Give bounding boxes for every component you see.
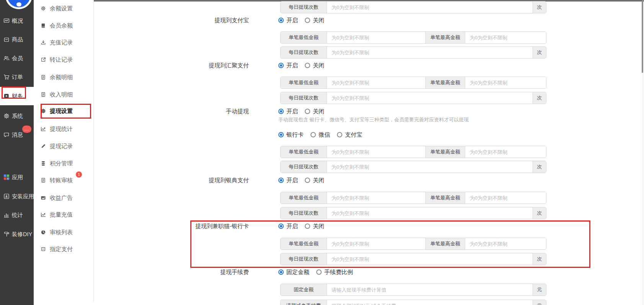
scrollbar-thumb[interactable]	[642, 1, 643, 73]
radio-option-off[interactable]: 关闭	[305, 62, 324, 69]
sidebar-item-apps[interactable]: 应用	[0, 168, 34, 186]
submenu-item-label: 余额设置	[50, 5, 73, 12]
radio-option-fixed-amount[interactable]: 固定金额	[278, 269, 309, 276]
radio-label: 开启	[286, 223, 298, 230]
radio-off-icon[interactable]	[305, 178, 310, 183]
radio-on-icon[interactable]	[278, 109, 284, 114]
submenu-item-transfer-records[interactable]: 转让记录	[34, 54, 94, 65]
submenu-item-withdraw-settings[interactable]: 提现设置	[34, 105, 94, 117]
submenu-item-points-management[interactable]: 积分管理	[34, 158, 94, 169]
radio-off-icon[interactable]	[337, 132, 342, 137]
radio-option-alipay[interactable]: 支付宝	[337, 131, 362, 139]
sidebar-item-overview[interactable]: 概况	[0, 12, 34, 29]
submenu-item-review-list[interactable]: 审核列表	[34, 227, 94, 238]
submenu-item-batch-recharge[interactable]: 批量充值	[34, 209, 94, 220]
input-addon-label: 每日提现次数	[281, 92, 327, 104]
input-addon-label: 单笔最高金额	[425, 146, 465, 158]
message-icon	[3, 132, 10, 138]
submenu-item-withdraw-records[interactable]: 提现记录	[34, 140, 94, 152]
daily-times-input[interactable]	[327, 92, 533, 104]
submenu-item-balance-settings[interactable]: 余额设置	[34, 3, 94, 14]
radio-option-on[interactable]: 开启	[278, 108, 298, 115]
radio-option-on[interactable]: 开启	[278, 223, 298, 230]
submenu-item-balance-details[interactable]: 余额明细	[34, 72, 94, 83]
submenu-item-revenue-ads[interactable]: 收益广告	[34, 192, 94, 204]
submenu-item-withdraw-statistics[interactable]: 提现统计	[34, 123, 94, 135]
fee-waiver-input[interactable]	[327, 300, 533, 305]
sidebar-item-system[interactable]: 系统	[0, 107, 34, 125]
min-amount-input[interactable]	[327, 32, 425, 43]
input-addon-label: 固定金额	[281, 284, 327, 295]
submenu-item-member-balance[interactable]: 会员余额	[34, 20, 94, 31]
radio-on-icon[interactable]	[278, 269, 284, 275]
radio-option-bank-card[interactable]: 银行卡	[278, 131, 304, 139]
sidebar-item-statistics[interactable]: 统计	[0, 206, 34, 224]
submenu-item-label: 积分管理	[50, 160, 73, 167]
radio-on-icon[interactable]	[278, 223, 284, 229]
gear-icon	[40, 6, 46, 11]
daily-times-input[interactable]	[327, 207, 533, 219]
input-group-min-max: 单笔最低金额 单笔最高金额	[280, 31, 546, 44]
radio-option-on[interactable]: 开启	[278, 177, 298, 184]
max-amount-input[interactable]	[465, 77, 546, 88]
radio-on-icon[interactable]	[278, 18, 284, 23]
radio-option-off[interactable]: 关闭	[305, 177, 324, 184]
radio-option-on[interactable]: 开启	[278, 62, 298, 69]
submenu-item-designated-payment[interactable]: 指定支付	[34, 243, 94, 255]
input-addon-label: 每日提现次数	[281, 207, 327, 219]
max-amount-input[interactable]	[465, 32, 546, 43]
sidebar-item-finance[interactable]: 财务	[0, 87, 34, 105]
radio-label: 开启	[286, 108, 298, 115]
radio-option-fee-ratio[interactable]: 手续费比例	[316, 269, 353, 276]
radio-option-wechat[interactable]: 微信	[311, 131, 330, 139]
max-amount-input[interactable]	[465, 192, 546, 204]
store-avatar[interactable]	[5, 0, 32, 9]
sidebar-item-decorate-diy[interactable]: 装修DIY	[0, 225, 34, 243]
sidebar-item-members[interactable]: 会员	[0, 49, 34, 67]
submenu-item-label: 收入明细	[50, 91, 73, 98]
pencil-icon	[40, 144, 46, 149]
input-addon-label: 每日提现次数	[281, 2, 327, 13]
submenu-item-label: 提现记录	[50, 143, 73, 150]
fixed-fee-input[interactable]	[327, 284, 533, 295]
min-amount-input[interactable]	[327, 192, 425, 204]
sidebar-item-install-apps[interactable]: 安装应用	[0, 188, 34, 205]
sidebar-item-goods[interactable]: 商品	[0, 31, 34, 48]
radio-off-icon[interactable]	[311, 132, 316, 137]
daily-times-input[interactable]	[327, 47, 533, 58]
unit-suffix: 次	[533, 161, 546, 173]
radio-off-icon[interactable]	[316, 269, 322, 275]
radio-on-icon[interactable]	[278, 132, 284, 137]
radio-off-icon[interactable]	[305, 63, 310, 68]
radio-option-off[interactable]: 关闭	[305, 223, 324, 230]
input-addon-label: 单笔最低金额	[281, 32, 327, 43]
submenu-item-income-details[interactable]: 收入明细	[34, 89, 94, 100]
radio-option-on[interactable]: 开启	[278, 17, 298, 24]
daily-times-input[interactable]	[327, 2, 533, 13]
daily-times-input[interactable]	[327, 253, 533, 265]
finance-icon	[3, 93, 10, 99]
chart-line-icon	[40, 212, 46, 218]
sidebar-item-orders[interactable]: 订单	[0, 68, 34, 86]
radio-on-icon[interactable]	[278, 178, 284, 183]
daily-times-input[interactable]	[327, 161, 533, 173]
radio-on-icon[interactable]	[278, 63, 284, 68]
sidebar-item-label: 系统	[12, 113, 23, 120]
stats-icon	[3, 212, 10, 218]
min-amount-input[interactable]	[327, 146, 425, 158]
max-amount-input[interactable]	[465, 146, 546, 158]
min-amount-input[interactable]	[327, 77, 425, 88]
submenu-item-transfer-review[interactable]: 转账审核	[34, 175, 94, 186]
radio-option-off[interactable]: 关闭	[305, 108, 324, 115]
radio-option-off[interactable]: 关闭	[305, 17, 324, 24]
sidebar-item-label: 消息	[12, 131, 23, 139]
min-amount-input[interactable]	[327, 238, 425, 250]
submenu-item-recharge-records[interactable]: 充值记录	[34, 37, 94, 48]
document-icon	[40, 92, 46, 98]
input-addon-label: 单笔最低金额	[281, 77, 327, 88]
radio-off-icon[interactable]	[305, 109, 310, 114]
radio-off-icon[interactable]	[305, 223, 310, 229]
max-amount-input[interactable]	[465, 238, 546, 250]
radio-off-icon[interactable]	[305, 18, 310, 23]
input-group-daily-times: 每日提现次数 次	[280, 46, 546, 59]
